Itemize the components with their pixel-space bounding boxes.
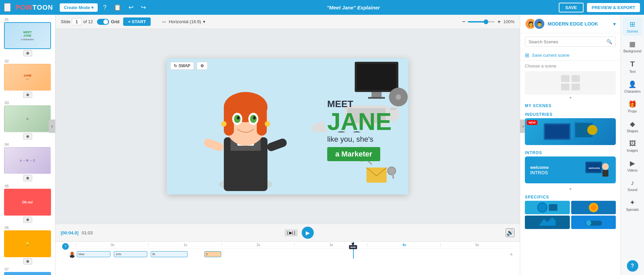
scene-grid-preview [525, 71, 616, 95]
svg-point-34 [237, 116, 240, 120]
slide-item[interactable]: 06 💡 ⊕ [4, 226, 51, 265]
slide-background: MEET JANE like you, she's a Marketer [167, 58, 408, 194]
slide-add-button[interactable]: ⊕ [23, 50, 32, 56]
undo-button[interactable]: ↩ [127, 2, 136, 12]
background-tab[interactable]: ▦ Background [623, 37, 643, 56]
look-expand-button[interactable]: ▾ [613, 21, 616, 27]
create-mode-button[interactable]: Create Mode ▾ [60, 3, 98, 12]
svg-point-60 [586, 220, 591, 226]
slide-add-button[interactable]: ⊕ [23, 217, 32, 223]
search-input[interactable] [529, 39, 606, 44]
slide-item[interactable]: 02 JANE ? ! ⊕ [4, 59, 51, 98]
videos-tab[interactable]: ▶ Videos [623, 156, 643, 175]
svg-rect-45 [572, 84, 580, 90]
timeline-clip[interactable]: lik [151, 251, 188, 257]
help-button[interactable]: ? [101, 3, 108, 12]
svg-point-40 [70, 252, 74, 255]
swap-button[interactable]: ↻ SWAP [170, 62, 194, 70]
start-button[interactable]: + START [123, 17, 151, 26]
shapes-tab[interactable]: ◆ Shapes [623, 117, 643, 136]
svg-rect-44 [561, 84, 569, 90]
slide-thumbnail[interactable]: 🏛 [4, 272, 51, 275]
intros-scene-card[interactable]: welcome INTROS welcome [525, 156, 616, 183]
timeline-clip[interactable]: JAN [114, 251, 147, 257]
zoom-slider[interactable] [468, 21, 495, 22]
timeline-add-button[interactable]: + [509, 251, 513, 258]
timeline-help[interactable]: ? [62, 243, 69, 250]
slide-thumbnail[interactable]: JANE ? ! [4, 64, 51, 91]
slide-item[interactable]: 03 © ⊕ [4, 101, 51, 140]
slide-thumbnail[interactable]: MEETJANE a Marketer [4, 22, 51, 49]
props-tab[interactable]: 🎁 Props [623, 97, 643, 116]
slide-thumbnail[interactable]: A → B → C [4, 147, 51, 174]
svg-text:welcome: welcome [588, 167, 600, 170]
avatar-pair: 👩 👨 [525, 18, 545, 30]
save-scene-row[interactable]: ⊞ Save current scene [520, 50, 621, 61]
spec-cell[interactable] [571, 216, 616, 229]
collapse-left-arrow[interactable]: ‹ [49, 120, 55, 133]
text-tab[interactable]: T Text [623, 57, 643, 76]
characters-tab[interactable]: 👤 Characters [623, 78, 643, 96]
svg-rect-47 [545, 125, 569, 139]
scenes-tab[interactable]: ⊞ Scenes [623, 17, 643, 36]
preview-export-button[interactable]: PREVIEW & EXPORT [587, 3, 640, 12]
slide-header-bar: Slide of 12 Grid + START ↔ Horizontal (1… [55, 15, 520, 29]
meet-text: MEET [327, 99, 392, 109]
videos-icon: ▶ [630, 159, 635, 167]
volume-button[interactable]: 🔊 [506, 228, 514, 237]
slide-thumbnail[interactable]: © [4, 105, 51, 132]
search-icon: 🔍 [606, 39, 612, 44]
play-controls: [ ▶| ] ▶ [285, 227, 314, 239]
hamburger-menu[interactable]: ☰ [4, 3, 11, 12]
sound-icon: ♪ [631, 179, 634, 187]
slide-item[interactable]: 05 Oh no! ⊕ [4, 184, 51, 223]
text-icon: T [630, 60, 635, 68]
svg-rect-38 [203, 137, 225, 152]
frame-step-button[interactable]: [ ▶| ] [285, 229, 298, 236]
redo-button[interactable]: ↪ [139, 2, 148, 12]
slide-thumbnail[interactable]: 💡 [4, 230, 51, 257]
specifics-section-label: SPECIFICS [520, 192, 621, 201]
help-circle-button[interactable]: ? [627, 260, 638, 272]
slide-add-button[interactable]: ⊕ [23, 133, 32, 140]
slides-panel: 01 MEETJANE a Marketer ⊕ 02 JANE ? ! ⊕ [0, 15, 55, 275]
center-content: Slide of 12 Grid + START ↔ Horizontal (1… [55, 15, 520, 275]
svg-rect-39 [266, 137, 288, 152]
copy-button[interactable]: 📋 [112, 2, 123, 12]
specials-tab[interactable]: ✦ Specials [623, 196, 643, 214]
settings-button[interactable]: ⚙ [197, 62, 208, 70]
playback-bar: [00:04.0] 01:03 [ ▶| ] ▶ 🔊 [55, 224, 520, 241]
right-sidebar: 👩 👨 MODERN EDGE LOOK ▾ 🔍 ⊞ Save current … [520, 15, 621, 275]
images-icon: 🖼 [629, 140, 636, 147]
slide-add-button[interactable]: ⊕ [23, 258, 32, 265]
slide-add-button[interactable]: ⊕ [23, 92, 32, 98]
images-tab[interactable]: 🖼 Images [623, 137, 643, 155]
slide-number: 03 [4, 101, 51, 105]
timeline-clip[interactable]: 2 [204, 251, 221, 257]
slide-number-input[interactable] [72, 18, 82, 25]
app-logo: POWPOWTOONTOON [15, 4, 53, 11]
sound-tab[interactable]: ♪ Sound [623, 176, 643, 194]
zoom-out-button[interactable]: − [462, 19, 465, 25]
play-button[interactable]: ▶ [302, 227, 314, 239]
new-badge: NEW [527, 120, 537, 125]
grid-toggle: Grid [97, 19, 119, 25]
timeline-clip[interactable]: Mee [77, 251, 110, 257]
jane-text: JANE [327, 109, 392, 134]
my-scenes-label: MY SCENES [520, 101, 621, 109]
svg-rect-43 [572, 75, 580, 82]
svg-rect-18 [392, 173, 394, 179]
spec-cell[interactable] [525, 216, 570, 229]
spec-cell[interactable] [525, 201, 570, 214]
slide-item[interactable]: 07 🏛 [4, 267, 51, 275]
slide-item[interactable]: 04 A → B → C ⊕ [4, 142, 51, 181]
spec-cell[interactable] [571, 201, 616, 214]
grid-toggle-switch[interactable] [97, 19, 109, 25]
slide-add-button[interactable]: ⊕ [23, 175, 32, 181]
slide-thumbnail[interactable]: Oh no! [4, 189, 51, 216]
zoom-in-button[interactable]: + [497, 19, 500, 25]
svg-rect-2 [371, 92, 382, 97]
save-button[interactable]: SAVE [559, 3, 584, 12]
industries-scene-card[interactable]: NEW [525, 118, 616, 145]
slide-item[interactable]: 01 MEETJANE a Marketer ⊕ [4, 17, 51, 56]
